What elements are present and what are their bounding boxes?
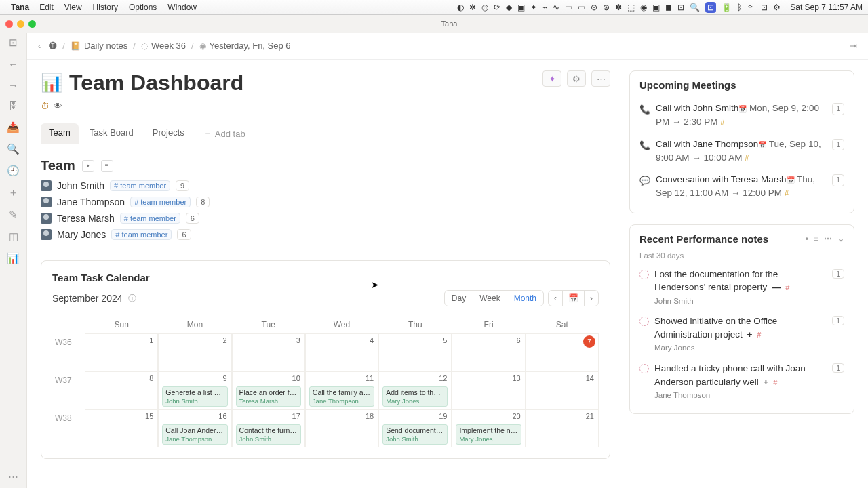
calendar-event[interactable]: Call Joan AndersonJane Thompson <box>162 424 227 445</box>
settings-button[interactable]: ⚙ <box>567 70 586 87</box>
rail-history-icon[interactable]: 🕘 <box>7 165 20 177</box>
panel-bullet-icon[interactable]: • <box>806 234 808 243</box>
calendar-event[interactable]: Implement the newMary Jones <box>456 424 521 445</box>
tray-icon[interactable]: ▭ <box>578 3 585 12</box>
tray-icon[interactable]: ⊡ <box>761 3 768 12</box>
calendar-cell[interactable]: 19Send documents toJohn Smith <box>378 409 452 447</box>
rail-goals-icon[interactable]: ◫ <box>9 230 18 243</box>
team-member-tag[interactable]: # team member <box>111 229 172 240</box>
rail-back-icon[interactable]: ← <box>8 58 18 70</box>
hash-icon[interactable]: # <box>785 189 789 197</box>
meeting-item[interactable]: 📞 Call with Jane Thompson📅 Tue, Sep 10, … <box>639 134 844 169</box>
hash-icon[interactable]: # <box>773 378 777 386</box>
tray-icon[interactable]: ▣ <box>517 3 525 12</box>
calendar-cell[interactable]: 13 <box>452 371 525 409</box>
tray-icon[interactable]: ✽ <box>615 3 622 12</box>
calendar-event[interactable]: Contact the furniturJohn Smith <box>236 424 301 445</box>
calendar-cell[interactable]: 1 <box>85 333 158 371</box>
meeting-item[interactable]: 💬 Conversation with Teresa Marsh📅 Thu, S… <box>639 169 844 205</box>
team-member-row[interactable]: John Smith # team member 9 <box>41 180 610 191</box>
more-button[interactable]: ⋯ <box>591 70 610 87</box>
menu-edit[interactable]: Edit <box>35 3 58 12</box>
calendar-view-day[interactable]: Day <box>445 291 473 306</box>
wifi-icon[interactable]: ᯤ <box>747 3 755 12</box>
calendar-cell[interactable]: 12Add items to the weMary Jones <box>378 371 452 409</box>
menu-window[interactable]: Window <box>163 3 201 12</box>
tray-icon[interactable]: ⊛ <box>603 3 610 12</box>
calendar-today-icon[interactable]: 📅 <box>562 291 584 306</box>
menu-view[interactable]: View <box>60 3 87 12</box>
team-member-tag[interactable]: # team member <box>120 213 180 224</box>
rail-more-icon[interactable]: ⋯ <box>8 470 18 483</box>
chip-visibility-icon[interactable]: 👁 <box>54 101 62 111</box>
tab-task-board[interactable]: Task Board <box>81 123 142 144</box>
rail-stats-icon[interactable]: 📊 <box>7 252 20 264</box>
page-icon[interactable]: 📊 <box>41 73 62 94</box>
tray-icon[interactable]: ⌁ <box>542 3 547 12</box>
team-member-tag[interactable]: # team member <box>130 197 191 207</box>
rail-inbox-icon[interactable]: 📥 <box>7 121 20 134</box>
tray-icon[interactable]: 🔍 <box>690 3 700 12</box>
rail-archive-icon[interactable]: 🗄 <box>8 100 18 112</box>
chip-timer-icon[interactable]: ⏱ <box>41 101 50 111</box>
tray-icon[interactable]: ✦ <box>530 3 537 12</box>
team-member-tag[interactable]: # team member <box>110 180 170 191</box>
rail-search-icon[interactable]: 🔍 <box>7 143 20 155</box>
rail-home-icon[interactable]: ⊡ <box>9 37 18 49</box>
tab-add[interactable]: ＋Add tab <box>195 123 254 144</box>
panel-more-icon[interactable]: ⋯ <box>824 234 832 243</box>
calendar-event[interactable]: Place an order for nTeresa Marsh <box>236 386 301 407</box>
calendar-prev-icon[interactable]: ‹ <box>549 291 562 306</box>
tray-icon[interactable]: ✲ <box>469 3 476 12</box>
menubar-clock[interactable]: Sat Sep 7 11:57 AM <box>790 3 863 12</box>
collapse-sidebar-icon[interactable]: ⇥ <box>847 41 860 51</box>
tray-icon[interactable]: ◎ <box>481 3 488 12</box>
menu-options[interactable]: Options <box>124 3 161 12</box>
calendar-cell[interactable]: 15 <box>85 409 158 447</box>
calendar-cell[interactable]: 7 <box>526 333 599 371</box>
calendar-cell[interactable]: 18 <box>305 409 378 447</box>
tray-icon[interactable]: ▭ <box>565 3 572 12</box>
hash-icon[interactable]: # <box>757 331 761 339</box>
bluetooth-icon[interactable]: ᛒ <box>737 3 742 12</box>
battery-icon[interactable]: 🔋 <box>722 3 732 12</box>
calendar-cell[interactable]: 20Implement the newMary Jones <box>452 409 525 447</box>
breadcrumb-back-icon[interactable]: ‹ <box>35 41 43 51</box>
calendar-cell[interactable]: 16Call Joan AndersonJane Thompson <box>158 409 231 447</box>
menu-history[interactable]: History <box>88 3 123 12</box>
tray-icon[interactable]: ▣ <box>652 3 660 12</box>
calendar-cell[interactable]: 3 <box>232 333 305 371</box>
calendar-view-month[interactable]: Month <box>507 291 543 306</box>
tray-icon[interactable]: ⟳ <box>494 3 500 12</box>
tray-icon[interactable]: ◐ <box>457 3 464 12</box>
fullscreen-window-button[interactable] <box>28 20 36 28</box>
team-member-row[interactable]: Mary Jones # team member 6 <box>41 229 610 240</box>
app-name[interactable]: Tana <box>11 3 29 12</box>
calendar-next-icon[interactable]: › <box>584 291 598 306</box>
tray-icon[interactable]: ◼ <box>665 3 672 12</box>
calendar-cell[interactable]: 8 <box>85 371 158 409</box>
panel-collapse-icon[interactable]: ⌄ <box>837 234 844 243</box>
meeting-item[interactable]: 📞 Call with John Smith📅 Mon, Sep 9, 2:00… <box>639 98 844 134</box>
team-list-icon[interactable]: ≡ <box>101 160 113 172</box>
tray-icon[interactable]: ∿ <box>553 3 559 12</box>
team-bullet-icon[interactable]: • <box>82 160 94 172</box>
breadcrumb-workspace[interactable]: 🅣 <box>49 41 57 51</box>
close-window-button[interactable] <box>5 20 13 28</box>
tray-icon[interactable]: ◉ <box>640 3 647 12</box>
performance-note[interactable]: Handled a tricky phone call with Joan An… <box>639 358 844 405</box>
performance-note[interactable]: Showed initiative on the Office Administ… <box>639 310 844 358</box>
calendar-event[interactable]: Send documents toJohn Smith <box>382 424 448 445</box>
calendar-cell[interactable]: 21 <box>526 409 599 447</box>
rail-add-icon[interactable]: ＋ <box>8 186 18 199</box>
control-center-icon[interactable]: ⚙ <box>773 3 781 12</box>
calendar-cell[interactable]: 2 <box>158 333 231 371</box>
calendar-info-icon[interactable]: ⓘ <box>128 293 136 304</box>
calendar-cell[interactable]: 17Contact the furniturJohn Smith <box>232 409 305 447</box>
tray-icon[interactable]: ◆ <box>506 3 512 12</box>
calendar-cell[interactable]: 11Call the family attorJane Thompson <box>305 371 378 409</box>
hash-icon[interactable]: # <box>745 154 749 162</box>
hash-icon[interactable]: # <box>785 283 789 291</box>
calendar-cell[interactable]: 9Generate a list of poJohn Smith <box>158 371 231 409</box>
minimize-window-button[interactable] <box>17 20 24 28</box>
